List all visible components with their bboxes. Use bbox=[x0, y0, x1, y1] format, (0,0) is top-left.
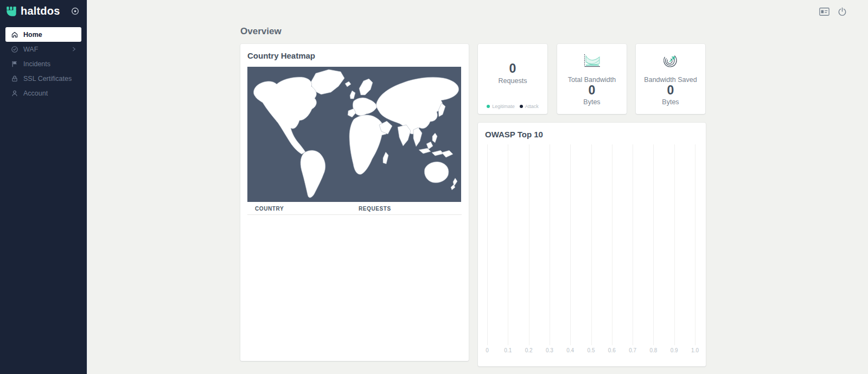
bandwidth-saved-stat-card: Bandwidth Saved 0 Bytes bbox=[636, 44, 705, 114]
card-title: Country Heatmap bbox=[247, 51, 462, 60]
requests-label: Requests bbox=[499, 77, 527, 85]
bandwidth-saved-value: 0 bbox=[667, 84, 674, 97]
user-icon bbox=[10, 89, 18, 97]
gridline bbox=[529, 144, 529, 345]
column-header-requests: REQUESTS bbox=[359, 206, 391, 212]
requests-stat-card: 0 Requests Legitimate Attack bbox=[478, 44, 547, 114]
x-tick-label: 0 bbox=[486, 347, 489, 353]
legend-item-legitimate: Legitimate bbox=[487, 104, 515, 109]
legend-label: Attack bbox=[525, 104, 539, 109]
card-title: OWASP Top 10 bbox=[485, 130, 699, 139]
sidebar-item-label: Home bbox=[23, 31, 42, 39]
gridline bbox=[653, 144, 654, 345]
attack-dot bbox=[520, 105, 523, 108]
country-heatmap-card: Country Heatmap bbox=[240, 44, 469, 361]
sidebar: haltdos Home bbox=[0, 0, 87, 374]
x-tick-label: 0.7 bbox=[629, 347, 636, 353]
x-tick-label: 0.8 bbox=[649, 347, 657, 353]
world-map bbox=[247, 67, 461, 202]
sidebar-item-waf[interactable]: WAF bbox=[5, 42, 81, 56]
gridline bbox=[550, 144, 550, 345]
gridline bbox=[633, 144, 633, 345]
logo-row: haltdos bbox=[0, 0, 87, 22]
total-bandwidth-unit: Bytes bbox=[583, 98, 600, 106]
country-table-header: COUNTRY REQUESTS bbox=[247, 203, 462, 215]
gridline bbox=[570, 144, 571, 345]
total-bandwidth-stat-card: Total Bandwidth 0 Bytes bbox=[557, 44, 627, 114]
x-tick-label: 0.2 bbox=[525, 347, 533, 353]
area-chart-icon bbox=[583, 51, 601, 71]
gridline bbox=[508, 144, 508, 345]
shield-check-icon bbox=[10, 45, 18, 53]
legitimate-dot bbox=[487, 105, 490, 108]
bandwidth-saved-label: Bandwidth Saved bbox=[644, 76, 697, 84]
requests-legend: Legitimate Attack bbox=[478, 104, 547, 109]
target-icon[interactable] bbox=[70, 6, 80, 16]
gridline bbox=[591, 144, 592, 345]
sidebar-item-label: WAF bbox=[23, 46, 38, 53]
legend-label: Legitimate bbox=[492, 104, 515, 109]
chevron-right-icon bbox=[72, 46, 76, 52]
x-tick-label: 1.0 bbox=[691, 347, 699, 353]
legend-item-attack: Attack bbox=[520, 104, 539, 109]
x-tick-label: 0.9 bbox=[671, 347, 678, 353]
owasp-xlabels: 00.10.20.30.40.50.60.70.80.91.0 bbox=[487, 347, 695, 354]
sidebar-item-incidents[interactable]: Incidents bbox=[5, 56, 81, 71]
summary-card-icon[interactable] bbox=[819, 7, 830, 16]
bandwidth-saved-unit: Bytes bbox=[662, 98, 679, 106]
owasp-plot bbox=[487, 144, 695, 345]
lock-icon bbox=[10, 74, 18, 83]
topbar-actions bbox=[819, 7, 847, 17]
gridline bbox=[487, 144, 488, 345]
x-tick-label: 0.4 bbox=[566, 347, 574, 353]
ripple-arrow-icon bbox=[661, 51, 680, 71]
sidebar-item-label: SSL Certificates bbox=[23, 75, 72, 83]
sidebar-item-label: Account bbox=[23, 90, 48, 97]
x-tick-label: 0.6 bbox=[608, 347, 616, 353]
owasp-top10-card: OWASP Top 10 00.10.20.30.40.50.60.70.80.… bbox=[478, 123, 706, 366]
sidebar-nav: Home WAF bbox=[5, 27, 81, 100]
gridline bbox=[612, 144, 612, 345]
column-header-country: COUNTRY bbox=[255, 206, 359, 212]
app-root: haltdos Home bbox=[0, 0, 868, 374]
home-icon bbox=[10, 30, 18, 39]
sidebar-item-ssl-certificates[interactable]: SSL Certificates bbox=[5, 71, 81, 86]
sidebar-item-label: Incidents bbox=[23, 60, 50, 68]
total-bandwidth-value: 0 bbox=[589, 84, 596, 97]
sidebar-item-home[interactable]: Home bbox=[5, 27, 81, 42]
total-bandwidth-label: Total Bandwidth bbox=[568, 76, 616, 84]
x-tick-label: 0.3 bbox=[546, 347, 553, 353]
page-title: Overview bbox=[240, 26, 282, 37]
power-icon[interactable] bbox=[837, 7, 847, 17]
x-tick-label: 0.1 bbox=[504, 347, 512, 353]
gridline bbox=[674, 144, 675, 345]
requests-value: 0 bbox=[509, 62, 516, 75]
logo-text: haltdos bbox=[21, 5, 60, 17]
sidebar-item-account[interactable]: Account bbox=[5, 86, 81, 100]
flag-icon bbox=[10, 60, 18, 68]
gridline bbox=[695, 144, 695, 345]
haltdos-logo-icon bbox=[5, 5, 17, 17]
x-tick-label: 0.5 bbox=[588, 347, 595, 353]
